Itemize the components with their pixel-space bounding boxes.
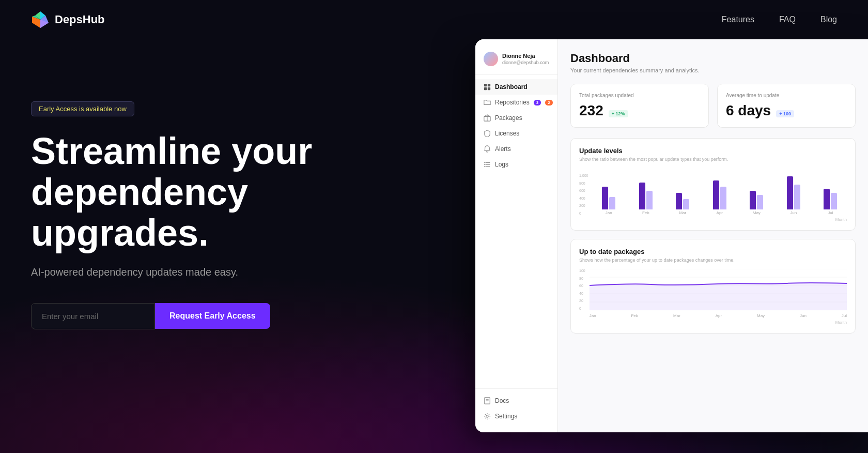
nav-features[interactable]: Features (722, 15, 754, 24)
hero-section: Early Access is available now Streamline… (0, 39, 868, 453)
bar-apr-light (720, 187, 726, 209)
shield-icon (484, 130, 491, 137)
stats-row: Total packages updated 232 + 12% Average… (570, 84, 856, 128)
svg-point-22 (486, 415, 488, 417)
nav-blog[interactable]: Blog (820, 15, 837, 24)
bar-jul-light (831, 193, 837, 209)
gear-icon (484, 413, 491, 420)
svg-rect-10 (488, 87, 490, 90)
email-input[interactable] (31, 303, 155, 329)
licenses-label: Licenses (495, 130, 519, 137)
folder-icon (484, 99, 491, 106)
svg-rect-9 (484, 87, 487, 90)
svg-rect-8 (488, 84, 490, 86)
settings-label: Settings (495, 413, 517, 420)
nav-faq[interactable]: FAQ (779, 15, 796, 24)
logs-label: Logs (495, 161, 508, 168)
stat-card-packages: Total packages updated 232 + 12% (570, 84, 709, 128)
sidebar-item-logs[interactable]: Logs (475, 157, 557, 172)
bar-jun-light (794, 185, 800, 209)
svg-point-16 (484, 162, 485, 163)
dashboard-preview: Dionne Neja dionne@depshub.com Dashboard… (475, 39, 868, 432)
sidebar-item-docs[interactable]: Docs (475, 393, 557, 409)
hero-title-line2: upgrades. (31, 212, 209, 253)
bar-may-light (757, 195, 763, 209)
sidebar-item-alerts[interactable]: Alerts (475, 141, 557, 157)
request-early-access-button[interactable]: Request Early Access (155, 303, 270, 329)
bar-jul-dark (824, 189, 830, 209)
cta-row: Request Early Access (31, 303, 496, 329)
bar-may-dark (750, 191, 756, 209)
svg-point-17 (484, 164, 485, 165)
up-to-date-card: Up to date packages Shows how the percen… (570, 239, 856, 334)
stat-label-time: Average time to update (726, 93, 847, 98)
avatar (484, 52, 498, 66)
list-icon (484, 161, 491, 168)
repositories-label: Repositories (495, 99, 530, 106)
sidebar-item-packages[interactable]: Packages (475, 110, 557, 126)
bar-feb-dark (639, 183, 645, 209)
repos-badge1: 3 (534, 100, 541, 105)
up-to-date-title: Up to date packages (579, 248, 847, 255)
bar-feb-light (646, 191, 653, 209)
update-levels-card: Update levels Show the ratio between the… (570, 138, 856, 231)
dashboard-label: Dashboard (495, 83, 528, 90)
dashboard-title: Dashboard (570, 52, 856, 65)
stat-number-packages: 232 (579, 102, 603, 119)
hero-title: Streamline your dependency upgrades. (31, 131, 496, 254)
update-levels-title: Update levels (579, 147, 847, 155)
stat-badge-packages: + 12% (609, 110, 628, 117)
bar-mar-dark (676, 193, 682, 209)
dashboard-main: Dashboard Your current dependencies summ… (558, 39, 868, 432)
docs-label: Docs (495, 397, 509, 404)
svg-rect-7 (484, 84, 487, 86)
sidebar-item-settings[interactable]: Settings (475, 409, 557, 424)
stat-value-time: 6 days + 100 (726, 102, 847, 119)
user-profile: Dionne Neja dionne@depshub.com (475, 48, 557, 75)
repos-badge2: 2 (545, 100, 552, 105)
hero-title-line1: Streamline your dependency (31, 130, 312, 213)
user-name: Dionne Neja (502, 53, 549, 59)
packages-label: Packages (495, 114, 522, 122)
nav-links: Features FAQ Blog (722, 15, 837, 24)
user-email: dionne@depshub.com (502, 60, 549, 65)
update-levels-desc: Show the ratio between the most popular … (579, 157, 847, 162)
navbar: DepsHub Features FAQ Blog (0, 0, 868, 39)
bar-apr-dark (713, 180, 719, 209)
stat-value-packages: 232 + 12% (579, 102, 700, 119)
bar-jan-light (609, 197, 615, 209)
bar-jun-dark (787, 176, 793, 209)
logo[interactable]: DepsHub (31, 10, 105, 29)
hero-content: Early Access is available now Streamline… (31, 60, 496, 329)
logo-icon (31, 10, 50, 29)
package-icon (484, 114, 491, 122)
early-access-badge: Early Access is available now (31, 101, 134, 116)
stat-number-time: 6 days (726, 102, 771, 119)
sidebar-bottom: Docs Settings (475, 388, 557, 424)
up-to-date-desc: Shows how the percentage of your up to d… (579, 258, 847, 263)
bar-jan-dark (602, 187, 608, 209)
sidebar-item-repositories[interactable]: Repositories 3 2 (475, 95, 557, 110)
bell-icon (484, 145, 491, 153)
line-chart-svg (590, 269, 847, 310)
dashboard-subtitle: Your current dependencies summary and an… (570, 67, 856, 73)
stat-badge-time: + 100 (776, 110, 794, 117)
bar-mar-light (683, 199, 689, 209)
hero-subtitle: AI-powered dependency updates made easy. (31, 266, 496, 278)
dashboard-sidebar: Dionne Neja dionne@depshub.com Dashboard… (475, 39, 558, 432)
grid-icon (484, 83, 491, 90)
book-icon (484, 397, 491, 404)
sidebar-item-dashboard[interactable]: Dashboard (475, 79, 557, 95)
stat-card-time: Average time to update 6 days + 100 (717, 84, 856, 128)
sidebar-item-licenses[interactable]: Licenses (475, 126, 557, 141)
svg-point-18 (484, 166, 485, 167)
alerts-label: Alerts (495, 145, 511, 153)
stat-label-packages: Total packages updated (579, 93, 700, 98)
logo-text: DepsHub (55, 13, 105, 26)
